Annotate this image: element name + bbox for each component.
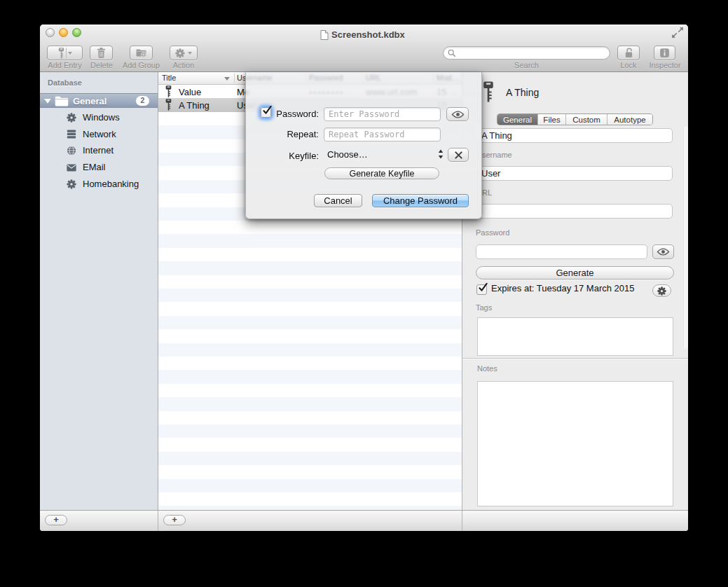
notes-field[interactable] xyxy=(477,381,673,506)
chevron-down-icon xyxy=(68,52,72,55)
gear-icon xyxy=(67,113,76,123)
search-field[interactable] xyxy=(443,46,610,60)
inspector-button[interactable] xyxy=(654,46,675,60)
cancel-button[interactable]: Cancel xyxy=(314,194,362,207)
key-icon xyxy=(482,81,495,102)
tags-field[interactable] xyxy=(477,317,673,356)
title-field[interactable] xyxy=(476,128,673,143)
checkmark-icon xyxy=(478,283,488,293)
delete-label: Delete xyxy=(86,61,117,69)
notes-label: Notes xyxy=(477,364,497,373)
show-password-button[interactable] xyxy=(446,107,469,121)
sidebar-item-label: Windows xyxy=(83,112,120,123)
sidebar-group-general[interactable]: General 2 xyxy=(40,93,158,108)
inspector-panel: A Thing General Files Custom Autotype Us… xyxy=(462,72,688,510)
disclosure-triangle-icon[interactable] xyxy=(44,99,51,104)
repeat-label: Repeat: xyxy=(249,129,319,139)
folder-icon xyxy=(55,95,69,106)
gear-icon xyxy=(657,286,666,296)
sidebar-item-label: EMail xyxy=(83,162,106,172)
lock-label: Lock xyxy=(617,61,640,69)
generate-button[interactable]: Generate xyxy=(476,266,674,279)
document-icon xyxy=(320,30,329,40)
add-entry-label: Add Entry xyxy=(47,61,83,69)
sidebar-item-label: Internet xyxy=(83,145,114,156)
repeat-password-input[interactable] xyxy=(324,127,441,141)
action-label: Action xyxy=(170,61,198,69)
tab-files[interactable]: Files xyxy=(538,114,566,125)
close-icon xyxy=(455,151,462,159)
sidebar-item-label: Homebanking xyxy=(83,179,139,189)
column-divider[interactable] xyxy=(234,74,235,83)
password-input[interactable] xyxy=(324,107,441,121)
password-field[interactable] xyxy=(476,244,647,259)
window-header: Screenshot.kdbx Add Entry Delete Add Gro… xyxy=(40,25,688,72)
trash-icon xyxy=(97,48,106,58)
inspector-divider xyxy=(462,358,688,359)
show-password-button[interactable] xyxy=(652,244,674,259)
close-button[interactable] xyxy=(46,28,55,37)
sidebar-item-internet[interactable]: Internet xyxy=(40,142,158,159)
window-title-group: Screenshot.kdbx xyxy=(320,29,405,41)
change-password-dialog: Password: Repeat: Keyfile: Choose… Gener… xyxy=(245,72,482,219)
sidebar-group-badge: 2 xyxy=(136,96,149,106)
password-label: Password xyxy=(476,228,509,237)
expires-checkbox[interactable] xyxy=(476,284,487,295)
sidebar-item-homebanking[interactable]: Homebanking xyxy=(40,176,158,193)
scrollbar-track[interactable] xyxy=(683,127,688,348)
globe-icon xyxy=(67,146,76,156)
sidebar-item-email[interactable]: EMail xyxy=(40,159,158,176)
cell-title: Value xyxy=(179,87,201,97)
key-icon xyxy=(165,85,172,97)
search-icon xyxy=(448,49,455,57)
tags-label: Tags xyxy=(476,303,492,312)
sidebar-item-network[interactable]: Network xyxy=(40,126,158,143)
minimize-button[interactable] xyxy=(59,28,68,37)
fullscreen-icon[interactable] xyxy=(671,27,684,38)
add-entry-button[interactable] xyxy=(47,46,83,60)
gear-icon xyxy=(175,48,185,58)
action-button[interactable] xyxy=(170,46,198,60)
change-password-button[interactable]: Change Password xyxy=(372,194,469,207)
username-field[interactable] xyxy=(476,166,673,181)
add-group-label: Add Group xyxy=(119,61,163,69)
chevron-down-icon xyxy=(188,52,192,55)
url-field[interactable] xyxy=(476,204,673,219)
sidebar-group-label: General xyxy=(73,96,107,106)
add-group-button[interactable] xyxy=(130,46,153,60)
inspector-label: Inspector xyxy=(641,61,688,69)
column-header-title[interactable]: Title xyxy=(162,74,176,82)
search-label: Search xyxy=(443,61,610,69)
delete-button[interactable] xyxy=(90,46,113,60)
gear-icon xyxy=(67,179,76,189)
key-icon xyxy=(165,99,172,111)
clear-keyfile-button[interactable] xyxy=(448,148,469,162)
sidebar-item-label: Network xyxy=(83,129,116,139)
add-entry-plus-button[interactable]: + xyxy=(163,515,186,525)
window-title: Screenshot.kdbx xyxy=(331,29,405,40)
generate-keyfile-button[interactable]: Generate Keyfile xyxy=(324,167,439,179)
tab-custom[interactable]: Custom xyxy=(566,114,607,125)
eye-icon xyxy=(451,111,465,118)
sidebar-item-windows[interactable]: Windows xyxy=(40,109,158,126)
lock-icon xyxy=(624,48,633,58)
zoom-button[interactable] xyxy=(72,28,81,37)
keyfile-popup-value: Choose… xyxy=(327,149,368,160)
bottom-bar-divider xyxy=(462,511,462,531)
cell-title: A Thing xyxy=(179,100,210,111)
password-label: Password: xyxy=(249,109,319,119)
info-icon xyxy=(659,48,670,58)
lock-button[interactable] xyxy=(617,46,640,60)
bottom-bar-divider xyxy=(158,511,158,531)
keyfile-popup-button[interactable]: Choose… xyxy=(327,148,446,162)
keyfile-label: Keyfile: xyxy=(249,151,319,161)
expiry-options-button[interactable] xyxy=(652,284,671,297)
tab-autotype[interactable]: Autotype xyxy=(607,114,652,125)
search-input[interactable] xyxy=(458,48,610,58)
bottom-bar: + + xyxy=(40,510,688,531)
sidebar: Database General 2 Windows Network Inter… xyxy=(40,72,158,510)
server-icon xyxy=(67,130,76,139)
tab-general[interactable]: General xyxy=(497,114,538,125)
sort-descending-icon xyxy=(224,77,230,81)
add-group-plus-button[interactable]: + xyxy=(45,515,67,525)
